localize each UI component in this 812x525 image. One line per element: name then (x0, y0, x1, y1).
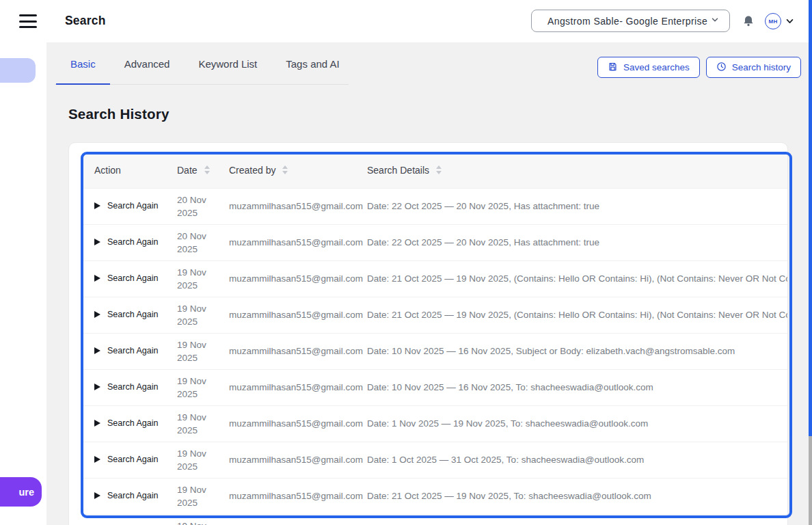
search-details-cell: Date: 22 Oct 2025 — 20 Nov 2025, Has att… (356, 188, 787, 224)
search-again-label: Search Again (107, 418, 158, 428)
table-row: Search Again 19 Nov 2025 muzammilhasan51… (83, 297, 787, 333)
created-by-cell (218, 514, 356, 525)
search-details-cell: Date: 10 Nov 2025 — 16 Nov 2025, To: sha… (356, 369, 787, 405)
menu-icon[interactable] (19, 14, 37, 28)
sort-icon[interactable] (204, 165, 210, 174)
play-icon (94, 456, 100, 463)
play-icon (94, 347, 100, 354)
column-header-label: Search Details (367, 165, 429, 176)
search-again-button[interactable]: Search Again (94, 201, 158, 211)
date-cell: 20 Nov 2025 (166, 188, 218, 224)
search-details-cell: Date: 21 Oct 2025 — 19 Nov 2025, (Contai… (356, 260, 787, 297)
search-again-button[interactable]: Search Again (94, 491, 158, 500)
search-again-button[interactable]: Search Again (94, 455, 158, 464)
search-again-label: Search Again (107, 201, 158, 211)
feature-button[interactable]: ure (0, 477, 42, 507)
column-header[interactable]: Search Details (356, 152, 787, 188)
play-icon (94, 275, 100, 282)
created-by-cell: muzammilhasan515@gmail.com (218, 297, 356, 333)
search-again-button[interactable]: Search Again (94, 273, 158, 283)
saved-searches-label: Saved searches (623, 62, 690, 72)
date-cell: 20 Nov 2025 (166, 224, 218, 260)
history-card: Action Date Created by Search Details Se… (68, 142, 788, 525)
search-history-button[interactable]: Search history (706, 57, 801, 78)
date-cell: 19 Nov 2025 (166, 260, 218, 297)
search-again-button[interactable]: Search Again (94, 382, 158, 392)
column-header-label: Action (94, 165, 121, 176)
avatar-initials: MH (768, 18, 777, 25)
created-by-cell: muzammilhasan515@gmail.com (218, 224, 356, 260)
saved-searches-button[interactable]: Saved searches (597, 57, 700, 78)
created-by-cell: muzammilhasan515@gmail.com (218, 188, 356, 224)
table-row: Search Again 19 Nov 2025 muzammilhasan51… (83, 369, 787, 405)
play-icon (94, 311, 100, 318)
column-header[interactable]: Action (83, 152, 166, 188)
search-again-button[interactable]: Search Again (94, 237, 158, 247)
column-header-label: Date (177, 165, 198, 176)
table-body: Search Again 20 Nov 2025 muzammilhasan51… (83, 188, 787, 525)
scrollbar-thumb[interactable] (809, 0, 812, 436)
date-cell: 19 Nov 2025 (166, 333, 218, 369)
notifications-bell-icon[interactable] (741, 14, 756, 30)
tab-tags-and-ai[interactable]: Tags and AI (271, 42, 353, 85)
tab-keyword-list[interactable]: Keyword List (184, 42, 271, 85)
search-again-button[interactable]: Search Again (94, 346, 158, 355)
search-history-label: Search history (732, 62, 791, 72)
column-header[interactable]: Date (166, 152, 218, 188)
date-cell: 19 Nov 2025 (166, 369, 218, 405)
created-by-cell: muzammilhasan515@gmail.com (218, 369, 356, 405)
search-details-cell: Date: 1 Nov 2025 — 19 Nov 2025, To: shac… (356, 405, 787, 442)
table-row: 19 Nov 2025 (83, 514, 787, 525)
sort-icon[interactable] (282, 165, 288, 174)
play-icon (94, 492, 100, 499)
table-row: Search Again 19 Nov 2025 muzammilhasan51… (83, 405, 787, 442)
date-cell: 19 Nov 2025 (166, 442, 218, 478)
search-details-cell: Date: 22 Oct 2025 — 20 Nov 2025, Has att… (356, 224, 787, 260)
main-content: Basic Advanced Keyword List Tags and AI … (46, 42, 812, 525)
sidebar-active-item-pill[interactable] (0, 58, 36, 83)
table-header-row: Action Date Created by Search Details (83, 152, 787, 188)
search-again-label: Search Again (107, 346, 158, 355)
column-header[interactable]: Created by (218, 152, 356, 188)
play-icon (94, 383, 100, 390)
search-again-label: Search Again (107, 455, 158, 464)
date-cell: 19 Nov 2025 (166, 297, 218, 333)
sidebar: ure (0, 0, 46, 525)
search-details-cell: Date: 1 Oct 2025 — 31 Oct 2025, To: shac… (356, 442, 787, 478)
chevron-down-icon (710, 15, 720, 27)
search-again-label: Search Again (107, 491, 158, 500)
tab-advanced[interactable]: Advanced (110, 42, 185, 85)
organization-selector[interactable]: Angstrom Sable- Google Enterprise (531, 10, 730, 32)
search-again-label: Search Again (107, 273, 158, 283)
search-again-label: Search Again (107, 382, 158, 392)
column-header-label: Created by (229, 165, 275, 176)
clock-icon (716, 62, 727, 74)
user-avatar[interactable]: MH (765, 13, 781, 29)
sort-icon[interactable] (436, 165, 442, 174)
table-row: Search Again 19 Nov 2025 muzammilhasan51… (83, 333, 787, 369)
date-cell: 19 Nov 2025 (166, 405, 218, 442)
organization-selector-value: Angstrom Sable- Google Enterprise (547, 16, 710, 27)
toolbar-actions: Saved searches Search history (597, 57, 801, 78)
date-cell: 19 Nov 2025 (166, 478, 218, 514)
search-details-cell: Date: 21 Oct 2025 — 19 Nov 2025, To: sha… (356, 478, 787, 514)
play-icon (94, 420, 100, 427)
date-cell: 19 Nov 2025 (166, 514, 218, 525)
search-details-cell: Date: 10 Nov 2025 — 16 Nov 2025, Subject… (356, 333, 787, 369)
table-row: Search Again 19 Nov 2025 muzammilhasan51… (83, 478, 787, 514)
search-again-button[interactable]: Search Again (94, 418, 158, 428)
app-window: ure Search Angstrom Sable- Google Enterp… (0, 0, 812, 525)
user-menu-chevron-icon[interactable] (785, 16, 795, 28)
save-icon (608, 62, 618, 74)
search-details-cell: Date: 21 Oct 2025 — 19 Nov 2025, (Contai… (356, 297, 787, 333)
page-header-title: Search (65, 14, 106, 28)
table-row: Search Again 20 Nov 2025 muzammilhasan51… (83, 188, 787, 224)
page-scrollbar[interactable] (809, 0, 812, 525)
tab-basic[interactable]: Basic (56, 42, 110, 85)
search-history-table: Action Date Created by Search Details Se… (83, 152, 787, 525)
created-by-cell: muzammilhasan515@gmail.com (218, 260, 356, 297)
play-icon (94, 239, 100, 245)
search-again-button[interactable]: Search Again (94, 310, 158, 319)
table-row: Search Again 20 Nov 2025 muzammilhasan51… (83, 224, 787, 260)
tabs: Basic Advanced Keyword List Tags and AI (56, 42, 354, 85)
